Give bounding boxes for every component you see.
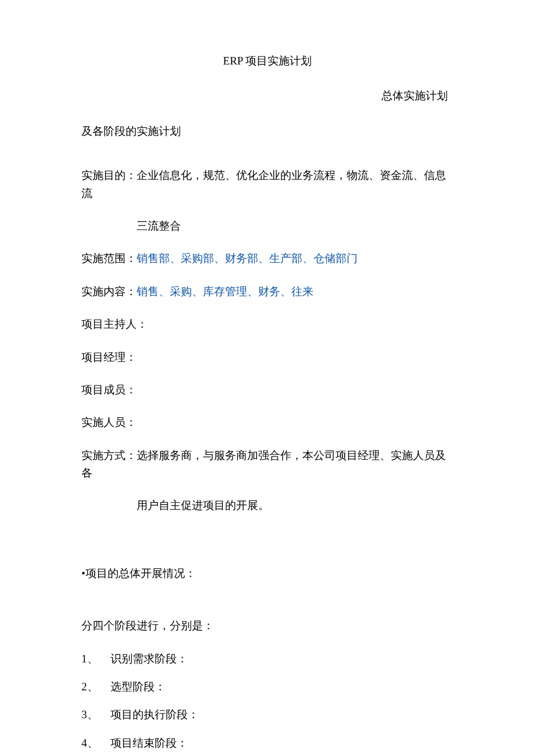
phase-item-2: 2、选型阶段： xyxy=(81,678,454,696)
purpose-text: 企业信息化，规范、优化企业的业务流程，物流、资金流、信息流 xyxy=(81,169,446,199)
method-line-2: 用户自主促进项目的开展。 xyxy=(81,497,454,514)
method-line: 实施方式：选择服务商，与服务商加强合作，本公司项目经理、实施人员及各 xyxy=(81,447,454,482)
staff-line: 实施人员： xyxy=(81,414,454,431)
purpose-line: 实施目的：企业信息化，规范、优化企业的业务流程，物流、资金流、信息流 xyxy=(81,167,454,202)
method-text: 选择服务商，与服务商加强合作，本公司项目经理、实施人员及各 xyxy=(81,449,446,479)
document-page: ERP 项目实施计划 总体实施计划 及各阶段的实施计划 实施目的：企业信息化，规… xyxy=(0,0,535,756)
scope-text: 销售部、采购部、财务部、生产部、仓储部门 xyxy=(137,252,358,264)
members-line: 项目成员： xyxy=(81,381,454,399)
phase-item-1: 1、识别需求阶段： xyxy=(81,650,454,668)
scope-label: 实施范围： xyxy=(81,252,137,264)
method-label: 实施方式： xyxy=(81,449,137,461)
phase-num: 4、 xyxy=(81,734,110,752)
phase-num: 3、 xyxy=(81,706,110,723)
host-line: 项目主持人： xyxy=(81,316,454,333)
phase-item-4: 4、项目结束阶段： xyxy=(81,734,454,752)
content-label: 实施内容： xyxy=(81,285,137,298)
purpose-label: 实施目的： xyxy=(81,169,137,181)
phase-label: 项目的执行阶段： xyxy=(110,708,199,721)
scope-line: 实施范围：销售部、采购部、财务部、生产部、仓储部门 xyxy=(81,250,454,267)
document-subtitle: 总体实施计划 xyxy=(81,87,454,105)
purpose-line-2: 三流整合 xyxy=(81,217,454,235)
manager-line: 项目经理： xyxy=(81,349,454,366)
content-line: 实施内容：销售、采购、库存管理、财务、往来 xyxy=(81,283,454,300)
subtitle-continuation: 及各阶段的实施计划 xyxy=(81,123,454,140)
phases-label: 分四个阶段进行，分别是： xyxy=(81,617,454,635)
document-title: ERP 项目实施计划 xyxy=(81,52,454,70)
phase-item-3: 3、项目的执行阶段： xyxy=(81,706,454,723)
phase-label: 选型阶段： xyxy=(110,680,166,693)
overall-label: •项目的总体开展情况： xyxy=(81,565,454,582)
spacer xyxy=(81,155,454,167)
phase-label: 项目结束阶段： xyxy=(110,737,188,749)
content-text: 销售、采购、库存管理、财务、往来 xyxy=(137,285,313,298)
phase-label: 识别需求阶段： xyxy=(110,653,188,665)
phase-num: 1、 xyxy=(81,650,110,668)
spacer xyxy=(81,530,454,565)
phase-num: 2、 xyxy=(81,678,110,696)
